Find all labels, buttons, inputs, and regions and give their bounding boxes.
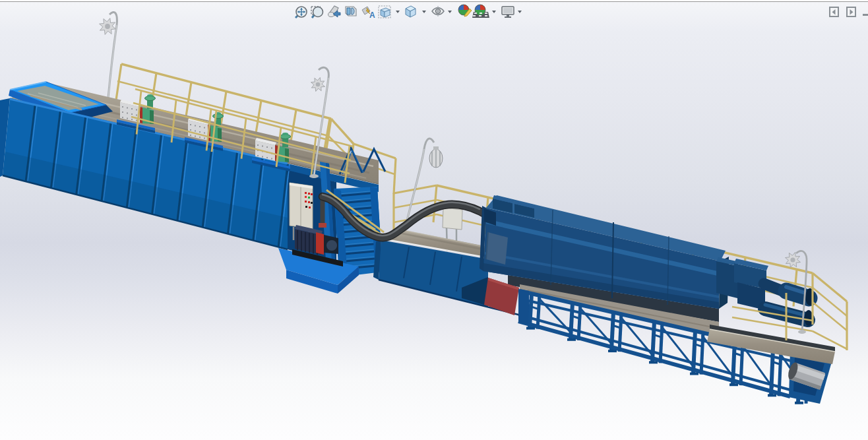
svg-text:A: A xyxy=(369,11,375,20)
